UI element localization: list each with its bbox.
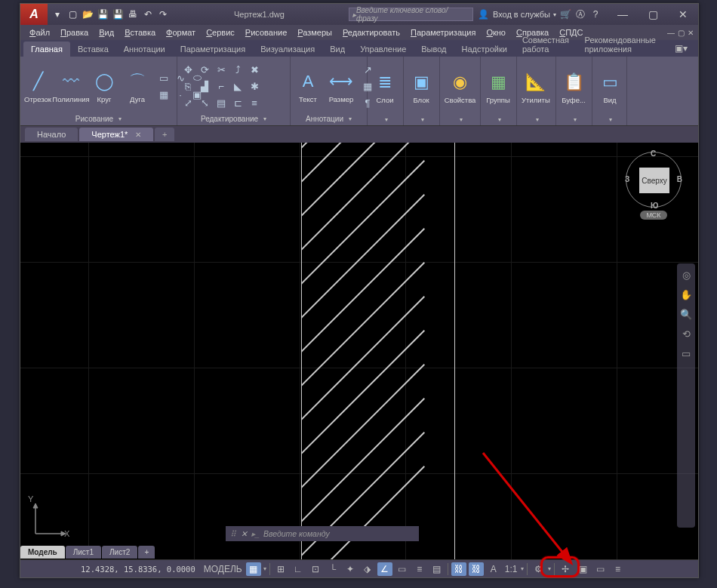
orbit-icon[interactable]: ⟲: [679, 327, 693, 340]
utilities-button[interactable]: 📐Утилиты: [520, 69, 552, 106]
showmotion-icon[interactable]: ▭: [679, 346, 693, 360]
minimize-button[interactable]: ―: [608, 4, 638, 25]
app-logo[interactable]: A: [20, 4, 48, 25]
chamfer-icon[interactable]: ◣: [230, 79, 245, 94]
menu-file[interactable]: Файл: [25, 26, 54, 38]
zoom-icon[interactable]: 🔍: [679, 307, 693, 321]
help-icon[interactable]: ?: [589, 8, 602, 20]
wheel-icon[interactable]: ◎: [679, 268, 693, 282]
maximize-button[interactable]: ▢: [638, 4, 668, 25]
annovis-toggle[interactable]: ⛓: [469, 562, 484, 576]
menu-draw[interactable]: Рисование: [241, 26, 291, 38]
doc-tab-drawing[interactable]: Чертеж1*✕: [79, 128, 153, 141]
block-button[interactable]: ▣Блок: [407, 69, 435, 106]
rect-icon[interactable]: ▭: [156, 70, 171, 85]
layout-tab-sheet2[interactable]: Лист2: [102, 546, 137, 559]
annoscale-toggle[interactable]: ⛓: [451, 562, 466, 576]
ribbon-tab-manage[interactable]: Управление: [352, 42, 414, 57]
stretch-icon[interactable]: ⤢: [180, 95, 195, 110]
ribbon-tab-addins[interactable]: Надстройки: [454, 42, 515, 57]
osnap-toggle[interactable]: ▭: [395, 562, 410, 576]
ribbon-tab-insert[interactable]: Вставка: [70, 42, 116, 57]
plot-icon[interactable]: 🖶: [126, 8, 140, 21]
layout-tab-sheet1[interactable]: Лист1: [66, 546, 101, 559]
drawing-viewport[interactable]: X Y Сверху С Ю В З МСК ◎ ✋ 🔍 ⟲ ▭ Модель …: [20, 143, 698, 559]
save-icon[interactable]: 💾: [96, 8, 109, 21]
text-button[interactable]: AТекст: [294, 68, 322, 105]
array-icon[interactable]: ▤: [214, 95, 229, 110]
command-bar[interactable]: ⠿ ✕ ▸_ Введите команду: [226, 526, 419, 541]
ribbon-search-icon[interactable]: ▣▾: [667, 40, 695, 57]
otrack-toggle[interactable]: ∠: [377, 562, 392, 576]
menu-window[interactable]: Окно: [482, 26, 510, 38]
snap-toggle[interactable]: ⊞: [273, 562, 288, 576]
explode-icon[interactable]: ✱: [247, 79, 262, 94]
arc-button[interactable]: ⌒Дуга: [123, 68, 152, 105]
close-button[interactable]: ✕: [668, 4, 698, 25]
ortho-toggle[interactable]: └: [325, 562, 340, 576]
move-icon[interactable]: ✥: [180, 62, 195, 77]
ribbon-tab-view[interactable]: Вид: [322, 42, 352, 57]
hatch-icon[interactable]: ▦: [156, 87, 171, 102]
transparency-toggle[interactable]: ▤: [429, 562, 445, 576]
view-cube[interactable]: Сверху С Ю В З МСК: [620, 152, 688, 242]
ribbon-tab-collab[interactable]: Совместная работа: [515, 32, 577, 57]
command-input[interactable]: Введите команду: [262, 529, 419, 538]
scale-display[interactable]: 1:1: [503, 562, 519, 576]
circle-button[interactable]: ◯Круг: [90, 68, 118, 105]
ribbon-tab-main[interactable]: Главная: [23, 42, 70, 57]
scale-icon[interactable]: ⤡: [197, 95, 212, 110]
wcs-label[interactable]: МСК: [640, 211, 666, 220]
dynamic-toggle[interactable]: ⊡: [308, 562, 323, 576]
mirror-icon[interactable]: ▟: [197, 79, 212, 94]
mdi-close-icon[interactable]: ✕: [688, 29, 694, 37]
ribbon-tab-annot[interactable]: Аннотации: [116, 42, 173, 57]
menu-dimension[interactable]: Размеры: [293, 26, 337, 38]
extend-icon[interactable]: ⤴: [230, 62, 245, 77]
menu-tools[interactable]: Сервис: [202, 26, 239, 38]
ribbon-tab-output[interactable]: Вывод: [414, 42, 454, 57]
clipboard-button[interactable]: 📋Буфе...: [559, 69, 588, 106]
mdi-max-icon[interactable]: ▢: [678, 29, 685, 37]
menu-insert[interactable]: Вставка: [120, 26, 160, 38]
align-icon[interactable]: ≡: [247, 95, 262, 110]
cart-icon[interactable]: 🛒: [559, 8, 571, 20]
ribbon-tab-recommended[interactable]: Рекомендованные приложения: [577, 32, 667, 57]
coordinates-display[interactable]: 12.4328, 15.8336, 0.0000: [76, 565, 200, 574]
new-icon[interactable]: ▢: [66, 8, 79, 21]
polar-toggle[interactable]: ✦: [343, 562, 358, 576]
copy-icon[interactable]: ⎘: [180, 79, 195, 94]
open-icon[interactable]: 📂: [81, 8, 94, 21]
trim-icon[interactable]: ✂: [214, 62, 229, 77]
layout-tab-add[interactable]: +: [138, 546, 155, 559]
menu-icon[interactable]: ▾: [51, 8, 64, 21]
menu-edit[interactable]: Правка: [56, 26, 93, 38]
layout-tab-model[interactable]: Модель: [20, 546, 65, 559]
polyline-button[interactable]: 〰Полилиния: [57, 68, 85, 105]
doc-tab-start[interactable]: Начало: [25, 128, 78, 141]
infer-toggle[interactable]: ∟: [291, 562, 306, 576]
clean-icon[interactable]: ▭: [592, 562, 608, 576]
ribbon-tab-visual[interactable]: Визуализация: [253, 42, 322, 57]
undo-icon[interactable]: ↶: [141, 8, 155, 21]
redo-icon[interactable]: ↷: [156, 8, 170, 21]
app-icon[interactable]: Ⓐ: [574, 8, 586, 20]
groups-button[interactable]: ▦Группы: [484, 69, 512, 106]
menu-parametric[interactable]: Параметризация: [406, 26, 480, 38]
signin-link[interactable]: Вход в службы: [493, 10, 550, 19]
menu-modify[interactable]: Редактировать: [338, 26, 405, 38]
annoauto-toggle[interactable]: А: [486, 562, 501, 576]
close-icon[interactable]: ✕: [135, 131, 141, 139]
panel-edit-title[interactable]: Редактирование: [201, 115, 258, 123]
viewcube-top[interactable]: Сверху: [639, 168, 669, 193]
ribbon-tab-param[interactable]: Параметризация: [173, 42, 253, 57]
erase-icon[interactable]: ✖: [247, 62, 262, 77]
line-button[interactable]: ╱Отрезок: [23, 68, 52, 105]
layers-button[interactable]: ≣Слои: [371, 69, 399, 106]
doc-tab-add[interactable]: +: [155, 128, 174, 141]
saveas-icon[interactable]: 💾: [111, 8, 125, 21]
lweight-toggle[interactable]: ≡: [412, 562, 427, 576]
search-input[interactable]: ▸ Введите ключевое слово/фразу: [349, 8, 473, 21]
gear-icon[interactable]: ⚙: [531, 562, 546, 576]
menu-format[interactable]: Формат: [162, 26, 200, 38]
